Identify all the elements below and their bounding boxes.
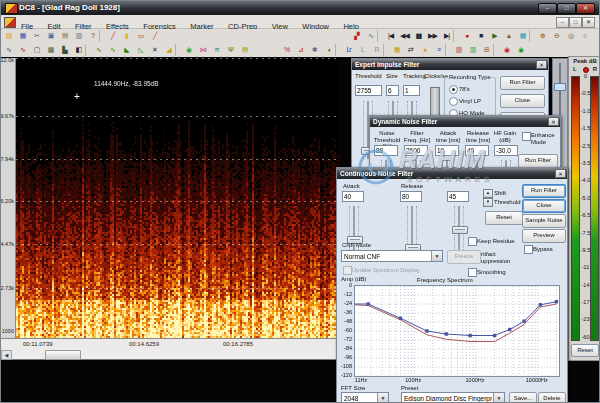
stereo-lr-icon[interactable]: Lr	[342, 44, 355, 56]
noise-gain-slider-thumb[interactable]	[452, 226, 468, 234]
fft-size-select[interactable]: 2048 ▼	[341, 392, 389, 403]
preset-select[interactable]: Edison Diamond Disc Fingerprint ▼	[401, 392, 505, 403]
run-filter-button[interactable]: Run Filter	[522, 184, 566, 198]
close-dialog-button[interactable]: Close	[500, 94, 545, 108]
filter-freq-input[interactable]	[404, 145, 428, 156]
mdi-restore-button[interactable]: □	[569, 17, 582, 28]
fade-ramp-icon[interactable]: ◢	[162, 44, 175, 56]
slider-thumb[interactable]	[554, 83, 566, 91]
threshold-input[interactable]	[355, 85, 382, 96]
attack-time-input[interactable]	[435, 145, 459, 156]
frequency-spectrum-plot[interactable]	[354, 285, 560, 377]
minimize-button[interactable]: –	[538, 3, 557, 14]
scroll-left-icon[interactable]: ◀	[1, 350, 12, 360]
select-wave-icon[interactable]: ∿	[16, 44, 29, 56]
dialog-titlebar[interactable]: Expert Impulse Filter	[352, 59, 548, 70]
run-filter-button[interactable]: Run Filter	[518, 154, 558, 168]
update-spectrum-checkbox[interactable]	[343, 266, 352, 275]
shift-down-icon[interactable]: ▼	[483, 198, 493, 207]
histogram-icon[interactable]: ▙	[58, 44, 71, 56]
stop-icon[interactable]: ■	[474, 30, 487, 42]
film-icon[interactable]: ▦	[516, 30, 529, 42]
fast-forward-icon[interactable]: ▶▶	[426, 30, 439, 42]
cd-green-icon[interactable]: ◉	[514, 44, 527, 56]
record-icon[interactable]: ●	[460, 30, 473, 42]
close-icon[interactable]: ✕	[548, 117, 559, 126]
cnf-mode-select[interactable]: Normal CNF ▼	[341, 250, 443, 262]
cut-icon[interactable]: ✂	[30, 30, 43, 42]
percent-icon[interactable]: %	[280, 44, 293, 56]
pause-icon[interactable]: ▮▮	[412, 30, 425, 42]
help-icon[interactable]: ?	[86, 30, 99, 42]
crosshair-wave-icon[interactable]: ∿	[2, 44, 15, 56]
shift-up-icon[interactable]: ▲	[483, 189, 493, 198]
mdi-close-button[interactable]: ✕	[582, 17, 595, 28]
enhance-mode-checkbox[interactable]	[522, 132, 531, 141]
close-icon[interactable]: ✕	[536, 60, 547, 69]
spectrogram-canvas[interactable]	[16, 58, 339, 338]
bypass-checkbox[interactable]	[524, 245, 533, 254]
delete-wave-icon[interactable]: ✕	[148, 44, 161, 56]
sample-noise-button[interactable]: Sample Noise	[522, 214, 566, 228]
reset-button[interactable]: Reset	[485, 211, 523, 225]
rewind-icon[interactable]: ◀◀	[398, 30, 411, 42]
keep-residue-checkbox[interactable]	[468, 237, 477, 246]
cd-red-icon[interactable]: ◉	[500, 44, 513, 56]
preview-button[interactable]: Preview	[522, 229, 566, 243]
goto-start-icon[interactable]: |◀	[384, 30, 397, 42]
print-icon[interactable]: ▥	[72, 30, 85, 42]
zoom-out-icon[interactable]: ⊖	[550, 30, 563, 42]
wave-edit-2-icon[interactable]: ∿	[106, 44, 119, 56]
right-channel-icon[interactable]: R	[370, 44, 383, 56]
close-button[interactable]: ✕	[576, 3, 595, 14]
meter-reset-button[interactable]: Reset	[571, 344, 599, 357]
release-time-input[interactable]	[465, 145, 489, 156]
wave-edit-3-icon[interactable]: ◣	[120, 44, 133, 56]
maximize-button[interactable]: □	[557, 3, 576, 14]
release-input[interactable]	[400, 191, 422, 202]
equalizer-icon[interactable]: ▤	[238, 44, 251, 56]
keys-green-icon[interactable]: ▥	[466, 44, 479, 56]
paste-icon[interactable]: ▤	[58, 30, 71, 42]
copy-icon[interactable]: ▣	[44, 30, 57, 42]
save-icon[interactable]: ▦	[16, 30, 29, 42]
gear-icon[interactable]: ✱	[308, 44, 321, 56]
effect-icon[interactable]: ◉	[182, 44, 195, 56]
monitor-icon[interactable]: ▢	[30, 44, 43, 56]
chevron-down-icon[interactable]: ▼	[377, 393, 388, 403]
eraser-tool-icon[interactable]: ▭	[134, 30, 147, 42]
bowtie-filter-icon[interactable]: ⋈	[196, 44, 209, 56]
grid-icon[interactable]: ▦	[390, 44, 403, 56]
sphere-icon[interactable]: ●	[418, 44, 431, 56]
marker-train-icon[interactable]: ⊞	[480, 44, 493, 56]
line-tool-icon[interactable]: ╱	[106, 30, 119, 42]
list-icon[interactable]: ≡	[432, 44, 445, 56]
impulse-icon[interactable]: ▞	[350, 30, 363, 42]
zoom-in-icon[interactable]: ⊕	[536, 30, 549, 42]
run-filter-button[interactable]: Run Filter	[500, 76, 545, 90]
spectrum-view-icon[interactable]: ▩	[44, 44, 57, 56]
size-input[interactable]	[386, 85, 399, 96]
speaker-icon[interactable]: ◖	[322, 44, 335, 56]
scrollbar-thumb[interactable]	[45, 350, 81, 360]
wave-edit-4-icon[interactable]: ◺	[134, 44, 147, 56]
save-preset-button[interactable]: Save...	[509, 392, 537, 403]
flag-icon[interactable]: ⊿	[294, 44, 307, 56]
close-dialog-button[interactable]: Close	[522, 199, 566, 213]
swap-icon[interactable]: ⇄	[404, 44, 417, 56]
radio-vinyl-lp[interactable]	[449, 97, 458, 106]
noise-gain-input[interactable]	[447, 191, 469, 202]
left-channel-icon[interactable]: L	[356, 44, 369, 56]
tracking-input[interactable]	[403, 85, 420, 96]
chevron-down-icon[interactable]: ▼	[431, 251, 442, 261]
goto-end-icon[interactable]: ▶|	[440, 30, 453, 42]
mdi-minimize-button[interactable]: –	[556, 17, 569, 28]
zoom-select-icon[interactable]: ◎	[564, 30, 577, 42]
play-icon[interactable]: ▶	[488, 30, 501, 42]
marker-pen-icon[interactable]: ▮	[120, 30, 133, 42]
hf-gain-input[interactable]	[494, 145, 518, 156]
split-channel-icon[interactable]: Ψ	[224, 44, 237, 56]
dialog-titlebar[interactable]: Continuous Noise Filter	[337, 168, 567, 179]
radio-78s[interactable]	[449, 85, 458, 94]
noise-threshold-input[interactable]	[374, 145, 398, 156]
